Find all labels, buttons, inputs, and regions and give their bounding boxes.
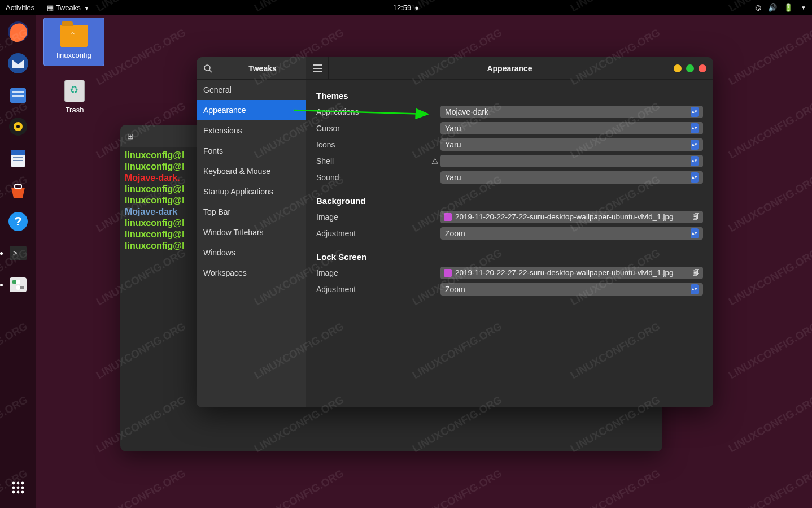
sidebar-item-windows[interactable]: Windows — [197, 242, 306, 263]
chevron-updown-icon: ▴▾ — [691, 156, 699, 166]
chevron-down-icon: ▼ — [801, 5, 806, 11]
svg-point-21 — [16, 285, 20, 290]
svg-point-24 — [21, 482, 24, 485]
svg-rect-9 — [11, 150, 25, 155]
activities-button[interactable]: Activities — [6, 3, 34, 12]
tweaks-content: Themes Applications Mojave-dark▴▾ Cursor… — [306, 80, 713, 307]
maximize-button[interactable] — [686, 64, 694, 72]
chevron-updown-icon: ▴▾ — [691, 284, 699, 294]
svg-rect-34 — [313, 68, 322, 69]
svg-rect-35 — [313, 71, 322, 72]
sidebar-item-top-bar[interactable]: Top Bar — [197, 202, 306, 222]
svg-rect-33 — [313, 64, 322, 66]
row-ls-image: Image 2019-11-20-22-27-22-suru-desktop-w… — [316, 265, 703, 280]
svg-point-22 — [12, 482, 15, 485]
combo-applications-value: Mojave-dark — [445, 107, 488, 116]
dock-rhythmbox[interactable] — [5, 113, 32, 140]
svg-point-27 — [21, 487, 24, 489]
file-open-icon: 🗐 — [692, 212, 700, 221]
row-icons: Icons Yaru▴▾ — [316, 137, 703, 152]
svg-point-1 — [8, 53, 28, 73]
image-icon — [444, 213, 452, 221]
row-sound: Sound Yaru▴▾ — [316, 170, 703, 185]
hamburger-icon — [313, 64, 322, 72]
notification-dot-icon: ● — [414, 3, 419, 12]
combo-cursor[interactable]: Yaru▴▾ — [440, 122, 703, 134]
svg-text:>_: >_ — [13, 249, 22, 257]
combo-ls-adjustment[interactable]: Zoom▴▾ — [440, 283, 703, 296]
clock-time: 12:59 — [393, 3, 412, 12]
desktop-trash[interactable]: Trash — [61, 80, 88, 114]
file-ls-image[interactable]: 2019-11-20-22-27-22-suru-desktop-wallpap… — [440, 267, 703, 279]
dock-software[interactable] — [5, 176, 32, 203]
file-bg-image-value: 2019-11-20-22-27-22-suru-desktop-wallpap… — [455, 212, 673, 221]
svg-rect-17 — [10, 277, 27, 292]
file-bg-image[interactable]: 2019-11-20-22-27-22-suru-desktop-wallpap… — [440, 211, 703, 223]
row-bg-image: Image 2019-11-20-22-27-22-suru-desktop-w… — [316, 209, 703, 224]
appmenu[interactable]: ▦ Tweaks ▼ — [47, 3, 89, 12]
sidebar-item-general[interactable]: General — [197, 80, 306, 100]
chevron-updown-icon: ▴▾ — [691, 140, 699, 150]
svg-rect-3 — [12, 91, 24, 93]
desktop-folder-label: linuxconfig — [56, 51, 91, 59]
section-lockscreen: Lock Screen — [316, 252, 703, 262]
combo-shell[interactable]: ▴▾ — [440, 155, 703, 167]
label-cursor: Cursor — [316, 124, 429, 133]
tweaks-main: Appearance Themes Applications Mojave-da… — [306, 57, 713, 407]
sidebar-item-window-titlebars[interactable]: Window Titlebars — [197, 222, 306, 242]
hamburger-button[interactable] — [306, 57, 329, 80]
system-status-area[interactable]: ⌬ 🔊 🔋 ▼ — [755, 3, 806, 12]
tweaks-sidebar: Tweaks GeneralAppearanceExtensionsFontsK… — [197, 57, 306, 407]
dock-writer[interactable] — [5, 145, 32, 172]
sidebar-item-workspaces[interactable]: Workspaces — [197, 263, 306, 283]
sidebar-item-extensions[interactable]: Extensions — [197, 120, 306, 141]
label-shell: Shell — [316, 157, 429, 166]
dock-terminal[interactable]: >_ — [5, 240, 32, 267]
chevron-updown-icon: ▴▾ — [691, 228, 699, 238]
close-button[interactable] — [699, 64, 706, 72]
row-applications: Applications Mojave-dark▴▾ — [316, 104, 703, 119]
minimize-button[interactable] — [674, 64, 682, 72]
desktop-folder-linuxconfig[interactable]: linuxconfig — [43, 18, 104, 66]
svg-line-32 — [209, 70, 212, 72]
combo-bg-adjustment-value: Zoom — [445, 229, 465, 238]
combo-sound[interactable]: Yaru▴▾ — [440, 171, 703, 184]
sidebar-item-startup-applications[interactable]: Startup Applications — [197, 181, 306, 202]
sidebar-item-appearance[interactable]: Appearance — [197, 100, 306, 120]
combo-applications[interactable]: Mojave-dark▴▾ — [440, 106, 703, 118]
new-tab-icon[interactable]: ⊞ — [127, 132, 134, 141]
svg-point-25 — [12, 487, 15, 489]
combo-bg-adjustment[interactable]: Zoom▴▾ — [440, 227, 703, 240]
dock-tweaks[interactable] — [5, 271, 32, 298]
top-bar: Activities ▦ Tweaks ▼ 12:59 ● ⌬ 🔊 🔋 ▼ — [0, 0, 812, 15]
network-icon: ⌬ — [755, 3, 761, 12]
svg-point-7 — [16, 125, 20, 128]
dock-files[interactable] — [5, 81, 32, 108]
sidebar-item-fonts[interactable]: Fonts — [197, 141, 306, 161]
svg-point-31 — [204, 65, 210, 71]
label-applications: Applications — [316, 107, 429, 116]
svg-point-28 — [12, 491, 15, 494]
folder-icon — [60, 25, 88, 47]
chevron-down-icon: ▼ — [84, 5, 89, 11]
dock-show-apps[interactable] — [5, 474, 32, 501]
dock-thunderbird[interactable] — [5, 50, 32, 77]
tweaks-sidebar-header: Tweaks — [197, 57, 306, 80]
dock: ? >_ — [0, 15, 36, 508]
file-open-icon: 🗐 — [692, 268, 700, 277]
row-ls-adjustment: Adjustment Zoom▴▾ — [316, 281, 703, 297]
dock-help[interactable]: ? — [5, 208, 32, 235]
volume-icon: 🔊 — [768, 3, 777, 12]
search-button[interactable] — [197, 57, 219, 80]
label-ls-image: Image — [316, 268, 429, 277]
clock[interactable]: 12:59 ● — [393, 3, 419, 12]
dock-firefox[interactable] — [5, 18, 32, 45]
battery-icon: 🔋 — [784, 3, 793, 12]
sidebar-item-keyboard-mouse[interactable]: Keyboard & Mouse — [197, 161, 306, 181]
svg-text:?: ? — [14, 214, 21, 228]
row-shell: Shell ⚠ ▴▾ — [316, 153, 703, 168]
search-icon — [203, 64, 212, 73]
chevron-updown-icon: ▴▾ — [691, 172, 699, 183]
combo-icons[interactable]: Yaru▴▾ — [440, 138, 703, 151]
label-sound: Sound — [316, 173, 429, 182]
